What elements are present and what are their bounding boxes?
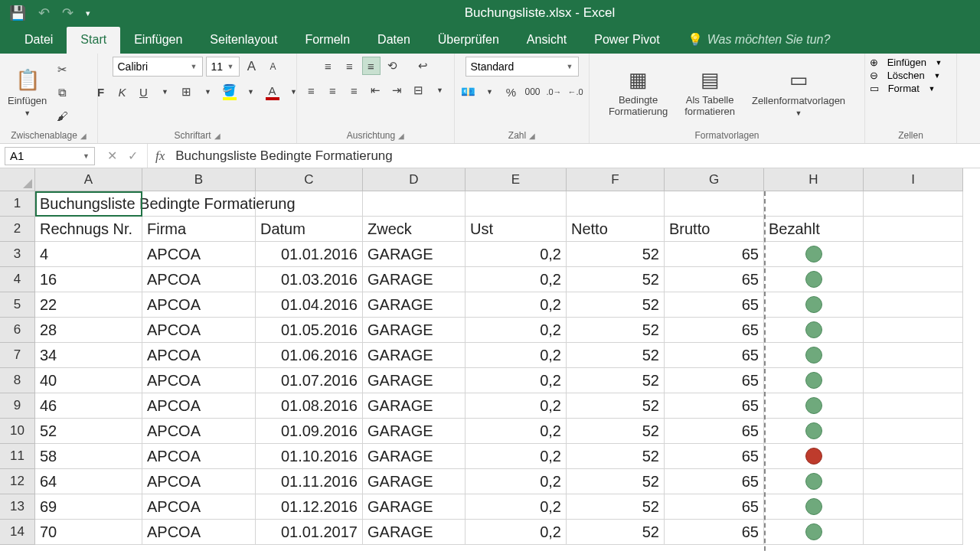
cell-datum[interactable]: 01.04.2016	[256, 292, 363, 318]
qat-customize-icon[interactable]: ▾	[86, 8, 90, 18]
cell-zweck[interactable]: GARAGE	[363, 444, 466, 469]
cell-bezahlt[interactable]	[764, 343, 864, 368]
cell-ust[interactable]: 0,2	[466, 343, 567, 368]
cell-netto[interactable]: 52	[567, 419, 665, 444]
cell-netto[interactable]: 52	[567, 444, 665, 469]
format-as-table-button[interactable]: ▤ Als Tabelle formatieren	[681, 67, 738, 119]
header-netto[interactable]: Netto	[567, 217, 665, 242]
row-header-13[interactable]: 13	[0, 494, 35, 520]
cell-bezahlt[interactable]	[764, 292, 864, 318]
tab-power pivot[interactable]: Power Pivot	[580, 27, 673, 54]
cell-brutto[interactable]: 65	[665, 469, 764, 494]
merge-icon[interactable]: ⊟	[410, 81, 428, 99]
format-cells-button[interactable]: ▭ Format ▼	[870, 83, 935, 94]
cell-styles-button[interactable]: ▭ Zellenformatvorlagen ▼	[749, 67, 848, 119]
cell-brutto[interactable]: 65	[665, 242, 764, 267]
cell-ust[interactable]: 0,2	[466, 368, 567, 393]
increase-indent-icon[interactable]: ⇥	[388, 81, 407, 99]
borders-dd[interactable]: ▼	[199, 83, 217, 101]
row-header-10[interactable]: 10	[0, 419, 35, 444]
cell-datum[interactable]: 01.05.2016	[256, 318, 363, 343]
column-header-A[interactable]: A	[35, 168, 142, 191]
cell-nr[interactable]: 40	[35, 368, 142, 393]
tab-einfügen[interactable]: Einfügen	[120, 27, 196, 54]
cell-datum[interactable]: 01.01.2017	[256, 520, 363, 545]
cut-icon[interactable]: ✂	[53, 60, 71, 79]
cell-netto[interactable]: 52	[567, 292, 665, 318]
cell-firma[interactable]: APCOA	[142, 419, 256, 444]
fill-color-icon[interactable]: 🪣	[220, 83, 239, 101]
row-header-8[interactable]: 8	[0, 368, 35, 393]
cell-brutto[interactable]: 65	[665, 343, 764, 368]
cell-datum[interactable]: 01.09.2016	[256, 419, 363, 444]
cell-ust[interactable]: 0,2	[466, 318, 567, 343]
cell-nr[interactable]: 70	[35, 520, 142, 545]
merge-dd[interactable]: ▼	[431, 81, 449, 99]
italic-button[interactable]: K	[113, 83, 132, 101]
fx-icon[interactable]: fx	[148, 148, 172, 164]
cell-datum[interactable]: 01.12.2016	[256, 494, 363, 520]
cell-firma[interactable]: APCOA	[142, 469, 256, 494]
insert-cells-button[interactable]: ⊕ Einfügen ▼	[870, 57, 942, 68]
row-header-6[interactable]: 6	[0, 318, 35, 343]
header-bezahlt[interactable]: Bezahlt	[764, 217, 864, 242]
save-icon[interactable]: 💾	[9, 5, 26, 21]
cell-nr[interactable]: 58	[35, 444, 142, 469]
cell-brutto[interactable]: 65	[665, 419, 764, 444]
cell-brutto[interactable]: 65	[665, 267, 764, 292]
tab-seitenlayout[interactable]: Seitenlayout	[196, 27, 291, 54]
row-header-7[interactable]: 7	[0, 343, 35, 368]
cell-nr[interactable]: 34	[35, 343, 142, 368]
tab-datei[interactable]: Datei	[11, 27, 67, 54]
cell-nr[interactable]: 22	[35, 292, 142, 318]
cell-bezahlt[interactable]	[764, 419, 864, 444]
align-right-icon[interactable]: ≡	[345, 81, 364, 99]
cell-zweck[interactable]: GARAGE	[363, 318, 466, 343]
cell[interactable]	[864, 292, 963, 318]
cell-netto[interactable]: 52	[567, 343, 665, 368]
number-format-combo[interactable]: Standard▼	[466, 57, 579, 77]
align-left-icon[interactable]: ≡	[302, 81, 321, 99]
row-header-4[interactable]: 4	[0, 267, 35, 292]
cell-bezahlt[interactable]	[764, 469, 864, 494]
cell[interactable]	[864, 343, 963, 368]
cell[interactable]	[864, 318, 963, 343]
bold-button[interactable]: F	[92, 83, 110, 101]
decrease-indent-icon[interactable]: ⇤	[367, 81, 385, 99]
cell-netto[interactable]: 52	[567, 520, 665, 545]
orientation-icon[interactable]: ⟲	[384, 57, 402, 75]
format-painter-icon[interactable]: 🖌	[53, 106, 71, 125]
cell-firma[interactable]: APCOA	[142, 267, 256, 292]
fill-dd[interactable]: ▼	[242, 83, 260, 101]
cell-datum[interactable]: 01.06.2016	[256, 343, 363, 368]
cell-firma[interactable]: APCOA	[142, 343, 256, 368]
underline-dd[interactable]: ▼	[156, 83, 175, 101]
cell-zweck[interactable]: GARAGE	[363, 368, 466, 393]
increase-decimal-icon[interactable]: .0→	[545, 83, 564, 101]
cell-zweck[interactable]: GARAGE	[363, 343, 466, 368]
cell-nr[interactable]: 16	[35, 267, 142, 292]
column-header-I[interactable]: I	[864, 168, 963, 191]
cell[interactable]	[864, 444, 963, 469]
cell-ust[interactable]: 0,2	[466, 419, 567, 444]
row-header-11[interactable]: 11	[0, 444, 35, 469]
cell-brutto[interactable]: 65	[665, 494, 764, 520]
paste-button[interactable]: 📋 Einfügen ▼	[5, 67, 50, 119]
cell-zweck[interactable]: GARAGE	[363, 419, 466, 444]
cell-brutto[interactable]: 65	[665, 393, 764, 419]
cell-ust[interactable]: 0,2	[466, 267, 567, 292]
cell-ust[interactable]: 0,2	[466, 444, 567, 469]
row-header-5[interactable]: 5	[0, 292, 35, 318]
row-header-1[interactable]: 1	[0, 191, 35, 217]
tab-ansicht[interactable]: Ansicht	[513, 27, 580, 54]
cell-brutto[interactable]: 65	[665, 318, 764, 343]
cell-datum[interactable]: 01.11.2016	[256, 469, 363, 494]
column-header-D[interactable]: D	[363, 168, 466, 191]
cell-firma[interactable]: APCOA	[142, 494, 256, 520]
cell-bezahlt[interactable]	[764, 242, 864, 267]
cell-netto[interactable]: 52	[567, 469, 665, 494]
cell-bezahlt[interactable]	[764, 520, 864, 545]
column-header-C[interactable]: C	[256, 168, 363, 191]
cell[interactable]	[864, 191, 963, 217]
delete-cells-button[interactable]: ⊖ Löschen ▼	[870, 70, 940, 81]
